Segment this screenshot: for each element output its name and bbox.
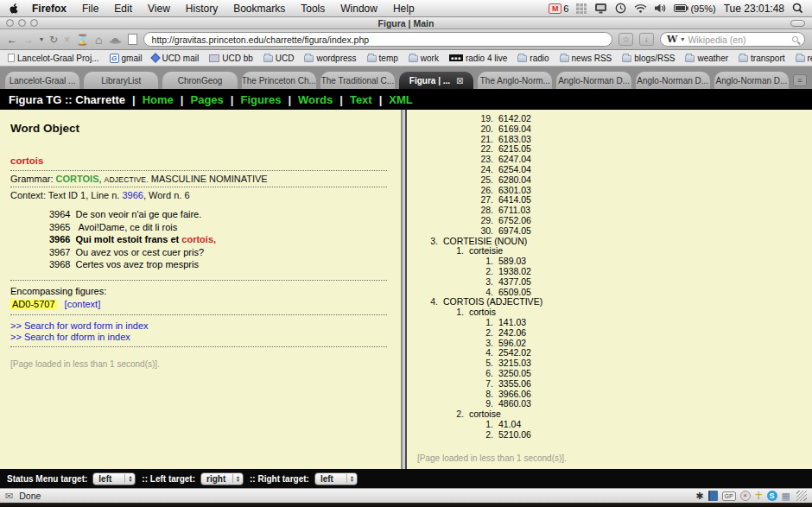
index-row-value[interactable]: 6169.04 bbox=[498, 124, 531, 135]
battery-status[interactable]: (95%) bbox=[674, 3, 715, 14]
browser-tab[interactable]: Figura | ... ⊠ bbox=[399, 72, 473, 89]
mail-envelope-icon[interactable]: ✉ bbox=[5, 491, 13, 502]
back-button[interactable]: ← bbox=[7, 35, 17, 45]
menu-clock[interactable]: Tue 23:01:48 bbox=[724, 3, 784, 15]
status-addon-icon[interactable]: ▦ bbox=[782, 491, 790, 502]
highlighted-word[interactable]: cortois, bbox=[181, 234, 216, 244]
bookmark-item[interactable]: news RSS bbox=[560, 54, 612, 63]
index-row-value[interactable]: 6280.04 bbox=[498, 175, 531, 186]
browser-tab[interactable]: Anglo-Norman D... ⊠ bbox=[556, 72, 631, 89]
browser-tab[interactable]: Lancelot-Graal ... ⊠ bbox=[5, 72, 79, 89]
browser-tab[interactable]: Anglo-Norman D... ⊠ bbox=[714, 72, 789, 89]
index-row-value[interactable]: 1938.02 bbox=[498, 267, 531, 277]
browser-tab[interactable]: The Traditional C... ⊠ bbox=[320, 72, 395, 89]
browser-tab[interactable]: Anglo-Norman D... ⊠ bbox=[636, 72, 710, 89]
tab-list-button[interactable]: ≡ bbox=[793, 74, 807, 86]
display-menu-icon[interactable] bbox=[594, 3, 607, 14]
browser-tab[interactable]: The Princeton Ch... ⊠ bbox=[242, 72, 316, 89]
index-row-value[interactable]: 6752.06 bbox=[498, 216, 531, 226]
bookmark-item[interactable]: transport bbox=[739, 54, 784, 63]
search-link[interactable]: >> Search for word form in index bbox=[10, 320, 390, 333]
target-select[interactable]: right ▲▼ bbox=[200, 472, 244, 485]
spotlight-icon[interactable] bbox=[792, 3, 803, 14]
search-engine-icon[interactable]: W bbox=[667, 34, 677, 45]
history-dropdown-icon[interactable]: ▾ bbox=[40, 35, 43, 45]
toolbar-toggle-capsule[interactable] bbox=[790, 20, 805, 27]
bookmark-item[interactable]: temp bbox=[367, 54, 398, 63]
index-row-value[interactable]: 4377.05 bbox=[498, 277, 531, 288]
bookmark-item[interactable]: radio bbox=[517, 54, 549, 63]
index-row-value[interactable]: 3250.05 bbox=[498, 369, 531, 379]
url-bar[interactable]: http://gravitas.princeton.edu/charrette/… bbox=[143, 32, 612, 47]
figure-context-link[interactable]: [context] bbox=[65, 299, 101, 309]
menu-item[interactable]: File bbox=[74, 3, 106, 15]
apple-menu-icon[interactable] bbox=[9, 3, 19, 15]
site-nav-link[interactable]: Words bbox=[298, 93, 333, 106]
resize-grip[interactable] bbox=[796, 491, 807, 501]
index-row-value[interactable]: 141.03 bbox=[498, 318, 526, 328]
bookmark-item[interactable]: UCD bbox=[263, 54, 295, 63]
index-row-value[interactable]: 6254.04 bbox=[498, 165, 531, 175]
status-addon-icon[interactable]: ☥ bbox=[755, 490, 763, 502]
bookmark-item[interactable]: Lancelot-Graal Proj... bbox=[8, 54, 99, 63]
bookmark-item[interactable]: radio 4 live bbox=[449, 54, 507, 63]
hourglass-icon[interactable]: ⌛ bbox=[76, 35, 89, 45]
site-nav-link[interactable]: Pages bbox=[190, 93, 223, 106]
site-nav-link[interactable]: XML bbox=[389, 93, 412, 106]
browser-tab[interactable]: The Anglo-Norm... ⊠ bbox=[478, 72, 552, 89]
status-addon-icon[interactable]: GP bbox=[722, 491, 736, 501]
menu-item[interactable]: Firefox bbox=[24, 3, 74, 15]
status-addon-icon[interactable]: S bbox=[767, 491, 777, 501]
search-bar[interactable]: W ▾ Wikipedia (en) bbox=[660, 32, 805, 47]
gmail-notifier[interactable]: M 6 bbox=[549, 3, 568, 14]
search-engine-dropdown-icon[interactable]: ▾ bbox=[681, 35, 684, 45]
site-nav-link[interactable]: Figures bbox=[240, 93, 281, 106]
menu-item[interactable]: Edit bbox=[106, 3, 140, 15]
browser-tab[interactable]: LibraryList ⊠ bbox=[84, 72, 158, 89]
index-row-value[interactable]: 242.06 bbox=[498, 328, 526, 339]
new-page-icon[interactable] bbox=[128, 34, 137, 45]
lemma-link[interactable]: CORTOIS bbox=[56, 174, 99, 184]
index-row-value[interactable]: 41.04 bbox=[498, 420, 521, 430]
frame-divider[interactable] bbox=[401, 110, 407, 469]
site-nav-link[interactable]: Text bbox=[350, 93, 372, 106]
bookmark-item[interactable]: gmail bbox=[110, 54, 143, 63]
bookmark-item[interactable]: work bbox=[409, 54, 439, 63]
menu-item[interactable]: Tools bbox=[293, 3, 333, 15]
wifi-icon[interactable] bbox=[634, 3, 647, 13]
menu-item[interactable]: Bookmarks bbox=[225, 3, 293, 15]
bookmark-star-button[interactable]: ☆ bbox=[619, 33, 633, 46]
grid-menu-icon[interactable] bbox=[576, 3, 587, 14]
menu-item[interactable]: Help bbox=[385, 3, 422, 15]
hat-icon[interactable] bbox=[109, 35, 122, 44]
menu-item[interactable]: View bbox=[140, 3, 178, 15]
target-select[interactable]: left ▲▼ bbox=[92, 472, 136, 485]
status-addon-icon[interactable]: × bbox=[740, 491, 751, 501]
index-row-value[interactable]: 5210.06 bbox=[498, 430, 531, 440]
search-link[interactable]: >> Search for dform in index bbox=[10, 332, 390, 344]
index-row-value[interactable]: 4860.03 bbox=[498, 399, 531, 409]
stop-button[interactable]: × bbox=[64, 35, 70, 45]
site-nav-link[interactable]: Home bbox=[143, 93, 174, 106]
tab-close-icon[interactable]: ⊠ bbox=[456, 76, 463, 86]
home-button[interactable]: ⌂ bbox=[95, 35, 102, 45]
status-addon-icon[interactable]: ✱ bbox=[695, 491, 703, 502]
index-row-value[interactable]: 3355.06 bbox=[498, 379, 531, 390]
menu-item[interactable]: History bbox=[178, 3, 225, 15]
forward-button[interactable]: → bbox=[23, 35, 34, 45]
status-addon-icon[interactable] bbox=[708, 491, 718, 501]
bookmark-item[interactable]: UCD bb bbox=[209, 54, 253, 63]
search-magnifier-icon[interactable] bbox=[792, 36, 798, 42]
bookmark-item[interactable]: weather bbox=[685, 54, 728, 63]
line-number-link[interactable]: 3966 bbox=[122, 190, 143, 200]
bookmark-item[interactable]: blogs/RSS bbox=[622, 54, 675, 63]
volume-icon[interactable] bbox=[655, 3, 666, 13]
download-arrow-button[interactable]: ↓ bbox=[639, 33, 654, 46]
menu-item[interactable]: Window bbox=[333, 3, 385, 15]
reload-button[interactable]: ↻ bbox=[49, 35, 58, 45]
index-row-value[interactable]: 6974.05 bbox=[498, 226, 531, 237]
time-machine-icon[interactable] bbox=[615, 3, 626, 14]
bookmark-item[interactable]: UCD mail bbox=[152, 54, 199, 63]
bookmark-item[interactable]: reference bbox=[796, 54, 812, 63]
target-select[interactable]: left ▲▼ bbox=[314, 472, 358, 485]
